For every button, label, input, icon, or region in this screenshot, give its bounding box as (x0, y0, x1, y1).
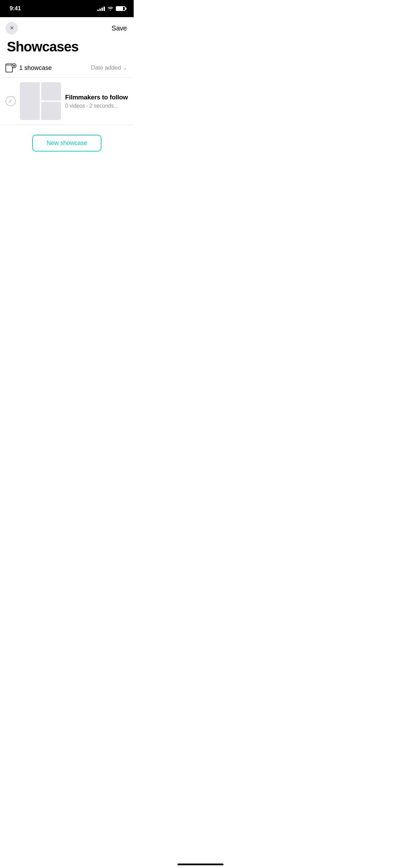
showcase-count: 1 showcase (19, 64, 52, 72)
toolbar-left: 1 showcase (5, 63, 52, 73)
check-icon: ✓ (9, 98, 13, 104)
new-showcase-container: New showcase (0, 125, 134, 161)
showcase-meta: 0 videos · 2 seconds... (65, 103, 128, 109)
add-showcase-icon (5, 63, 16, 73)
thumb-cell-3 (41, 102, 61, 120)
close-button[interactable]: ✕ (5, 22, 18, 34)
save-button[interactable]: Save (112, 24, 127, 32)
main-content: ✕ Save Showcases 1 showcase Date added ⌄… (0, 17, 134, 289)
sort-button[interactable]: Date added ⌄ (91, 64, 127, 71)
thumb-cell-1 (20, 82, 40, 120)
status-bar: 9:41 (0, 0, 134, 17)
thumb-cell-2 (41, 82, 61, 100)
check-circle[interactable]: ✓ (5, 96, 16, 106)
battery-icon (116, 6, 125, 11)
showcase-item[interactable]: ✓ Filmmakers to follow 0 videos · 2 seco… (0, 77, 134, 125)
toolbar: 1 showcase Date added ⌄ (0, 61, 134, 77)
showcase-thumbnail (20, 82, 61, 120)
showcase-info: Filmmakers to follow 0 videos · 2 second… (65, 94, 128, 109)
status-icons (97, 6, 125, 11)
wifi-icon (107, 6, 113, 11)
status-time: 9:41 (10, 5, 21, 12)
close-icon: ✕ (10, 25, 14, 31)
showcase-name: Filmmakers to follow (65, 94, 128, 101)
nav-bar: ✕ Save (0, 17, 134, 38)
chevron-down-icon: ⌄ (123, 65, 127, 71)
page-title: Showcases (0, 38, 134, 61)
sort-label: Date added (91, 64, 121, 71)
signal-icon (97, 6, 105, 11)
new-showcase-button[interactable]: New showcase (32, 135, 102, 152)
